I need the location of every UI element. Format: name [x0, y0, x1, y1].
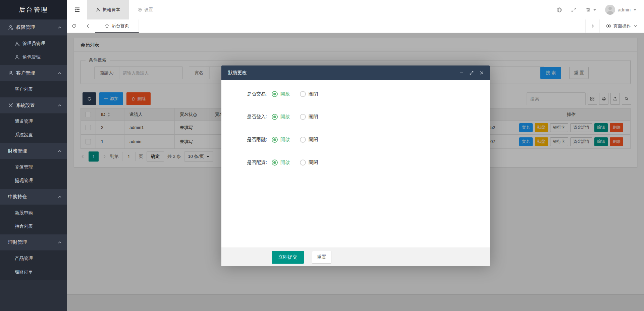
- sidebar-item-withdraw-manage[interactable]: 提现管理: [0, 174, 67, 187]
- sidebar-item-label: 持倉列表: [15, 223, 33, 229]
- user-gear-icon: [8, 25, 13, 30]
- user-icon: [96, 7, 101, 12]
- user-menu[interactable]: admin: [605, 5, 637, 15]
- user-icon: [8, 71, 13, 76]
- minimize-icon[interactable]: [459, 70, 464, 76]
- refresh-tab-button[interactable]: [67, 19, 81, 33]
- page-operations-label: 页面操作: [613, 23, 631, 29]
- top-tab-settings[interactable]: 设置: [129, 0, 162, 19]
- field-label: 是否登入:: [221, 114, 267, 120]
- sidebar-item-role-manage[interactable]: 角色管理: [0, 50, 67, 64]
- sidebar-item-label: 通道管理: [15, 119, 33, 125]
- reset-button[interactable]: 重置: [312, 251, 331, 264]
- sidebar-group-finance[interactable]: 財務管理: [0, 143, 67, 159]
- close-icon[interactable]: [479, 70, 484, 76]
- sidebar: 后台管理 权限管理 管理员管理 角色管理 客户管理 客户列表 系統設置 通道管理: [0, 0, 67, 311]
- sidebar-group-label: 申购持仓: [8, 194, 58, 200]
- sidebar-item-recharge-manage[interactable]: 充值管理: [0, 161, 67, 174]
- radio-off-label[interactable]: 關閉: [309, 114, 318, 120]
- avatar: [605, 5, 615, 15]
- sidebar-item-label: 提现管理: [15, 178, 33, 184]
- collapse-menu-icon[interactable]: [67, 0, 87, 19]
- status-change-modal: 狀態更改 是否交易: 開啟 關閉 是否登入: 開啟 關閉: [221, 65, 490, 266]
- radio-on[interactable]: [272, 114, 278, 120]
- sidebar-group-permissions[interactable]: 权限管理: [0, 19, 67, 36]
- scroll-tabs-left-button[interactable]: [81, 19, 95, 33]
- sidebar-item-wealth-orders[interactable]: 理财订单: [0, 265, 67, 279]
- radio-off[interactable]: [300, 160, 306, 166]
- caret-down-icon: [593, 9, 596, 11]
- modal-title: 狀態更改: [228, 70, 454, 76]
- form-row-login: 是否登入: 開啟 關閉: [221, 110, 490, 123]
- trash-icon: [585, 7, 591, 13]
- restore-icon[interactable]: [469, 70, 474, 76]
- tab-home-label: 后台首页: [112, 23, 129, 29]
- globe-icon[interactable]: [556, 7, 562, 13]
- radio-off-label[interactable]: 關閉: [309, 137, 318, 143]
- sidebar-item-new-stock[interactable]: 新股申购: [0, 206, 67, 220]
- radio-off[interactable]: [300, 91, 306, 97]
- chevron-up-icon: [58, 71, 62, 75]
- form-row-trade: 是否交易: 開啟 關閉: [221, 88, 490, 100]
- sidebar-item-label: 充值管理: [15, 164, 33, 170]
- modal-header[interactable]: 狀態更改: [221, 65, 490, 80]
- modal-body: 是否交易: 開啟 關閉 是否登入: 開啟 關閉 是否兩融:: [221, 80, 490, 169]
- radio-on[interactable]: [272, 160, 278, 166]
- sidebar-group-label: 財務管理: [8, 148, 58, 154]
- fullscreen-icon[interactable]: [571, 7, 577, 13]
- radio-on-label[interactable]: 開啟: [280, 160, 290, 166]
- radio-off[interactable]: [300, 114, 306, 120]
- page-operations-dropdown[interactable]: 页面操作: [599, 19, 644, 33]
- sidebar-item-position-list[interactable]: 持倉列表: [0, 220, 67, 233]
- page-tabbar: 后台首页 页面操作: [67, 19, 644, 33]
- tab-home[interactable]: 后台首页: [95, 19, 139, 33]
- field-label: 是否交易:: [221, 91, 267, 97]
- top-tab-label: 振翰资本: [103, 7, 120, 13]
- chevron-left-icon: [86, 24, 91, 29]
- radio-on-label[interactable]: 開啟: [280, 137, 290, 143]
- user-gear-icon: [15, 41, 20, 46]
- radio-on[interactable]: [272, 91, 278, 97]
- top-tab-company[interactable]: 振翰资本: [87, 0, 129, 19]
- radio-off-label[interactable]: 關閉: [309, 160, 318, 166]
- refresh-icon: [71, 24, 76, 29]
- radio-on-label[interactable]: 開啟: [280, 114, 290, 120]
- radio-off[interactable]: [300, 137, 306, 143]
- gear-icon: [138, 7, 142, 12]
- sidebar-group-customers[interactable]: 客户管理: [0, 65, 67, 81]
- chevron-right-icon: [590, 24, 595, 29]
- sidebar-group-subscription[interactable]: 申购持仓: [0, 189, 67, 205]
- chevron-up-icon: [58, 26, 62, 30]
- top-header: 振翰资本 设置 admin: [67, 0, 644, 19]
- sidebar-item-label: 客户列表: [15, 86, 33, 92]
- sidebar-item-admin-manage[interactable]: 管理员管理: [0, 37, 67, 50]
- tools-icon: [8, 103, 13, 108]
- chevron-up-icon: [58, 195, 62, 199]
- sidebar-item-system-settings[interactable]: 系統設置: [0, 128, 67, 142]
- sidebar-item-label: 产品管理: [15, 256, 33, 262]
- chevron-up-icon: [58, 103, 62, 107]
- chevron-up-icon: [58, 240, 62, 245]
- sidebar-group-label: 客户管理: [16, 70, 58, 76]
- sidebar-item-label: 理财订单: [15, 269, 33, 275]
- sidebar-item-product-manage[interactable]: 产品管理: [0, 252, 67, 265]
- field-label: 是否兩融:: [221, 137, 267, 143]
- sidebar-item-customer-list[interactable]: 客户列表: [0, 83, 67, 96]
- submit-button[interactable]: 立即提交: [272, 251, 304, 264]
- radio-on-label[interactable]: 開啟: [280, 91, 290, 97]
- sidebar-group-wealth[interactable]: 理财管理: [0, 234, 67, 251]
- sidebar-group-system[interactable]: 系統設置: [0, 97, 67, 114]
- sidebar-group-label: 理财管理: [8, 239, 58, 246]
- radio-on[interactable]: [272, 137, 278, 143]
- sidebar-group-label: 系統設置: [16, 102, 58, 108]
- clear-cache-menu[interactable]: [585, 7, 596, 13]
- caret-down-icon: [633, 9, 637, 11]
- radio-off-label[interactable]: 關閉: [309, 91, 318, 97]
- sidebar-item-label: 管理员管理: [22, 41, 45, 47]
- field-label: 是否配資:: [221, 160, 267, 166]
- chevron-down-icon: [634, 24, 637, 28]
- sidebar-item-channel-manage[interactable]: 通道管理: [0, 115, 67, 128]
- scroll-tabs-right-button[interactable]: [585, 19, 599, 33]
- dot-circle-icon: [606, 24, 611, 28]
- sidebar-group-label: 权限管理: [16, 25, 58, 31]
